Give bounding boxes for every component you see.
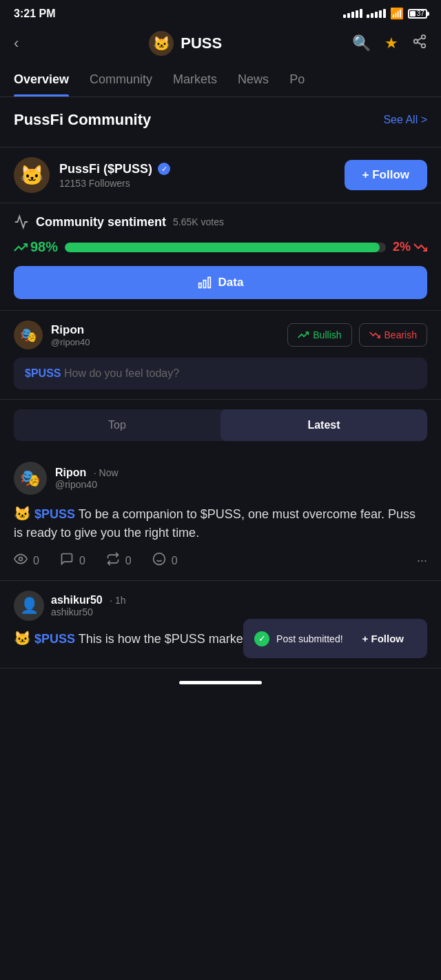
tab-community[interactable]: Community [90, 65, 152, 96]
search-icon[interactable]: 🔍 [352, 34, 371, 52]
header-logo: 🐱 [149, 31, 174, 56]
wifi-icon: 📶 [390, 7, 404, 20]
post-emoji-1: 🐱 [14, 506, 31, 521]
bearish-button[interactable]: Bearish [359, 323, 427, 347]
post-time-2: · 1h [110, 595, 125, 606]
comments-icon [60, 552, 74, 569]
community-section: PussFi Community See All > [0, 97, 441, 147]
status-time: 3:21 PM [14, 8, 55, 20]
bearish-icon [369, 329, 380, 340]
post-input-row: 🎭 Ripon @ripon40 Bullish Bearish [14, 320, 427, 349]
bullish-button[interactable]: Bullish [287, 323, 351, 347]
verified-badge: ✓ [158, 163, 170, 175]
tabs-bar: Overview Community Markets News Po [0, 65, 441, 97]
svg-line-3 [418, 42, 422, 45]
views-icon [14, 552, 28, 569]
svg-rect-7 [198, 283, 201, 288]
post-stats-1: 0 0 0 0 ··· [14, 552, 427, 569]
post-username-2: ashikur50 [51, 594, 103, 606]
post-input-user: 🎭 Ripon @ripon40 [14, 320, 90, 349]
post-emoji-2: 🐱 [14, 631, 31, 646]
post-input-field[interactable]: $PUSS How do you feel today? [14, 358, 427, 389]
svg-rect-6 [203, 280, 205, 288]
sentiment-icon [14, 214, 29, 229]
tab-overview[interactable]: Overview [14, 65, 69, 96]
retweet-icon [106, 552, 120, 569]
comments-stat: 0 [60, 552, 85, 569]
post-ticker-2: $PUSS [34, 632, 75, 646]
tab-po[interactable]: Po [289, 65, 305, 96]
chart-icon [198, 276, 212, 289]
sentiment-bar [65, 243, 386, 252]
profile-row: 🐱 PussFi ($PUSS) ✓ 12153 Followers + Fol… [0, 147, 441, 203]
post-meta-1: Ripon · Now @ripon40 [55, 467, 119, 490]
bearish-percentage: 2% [393, 240, 427, 254]
status-bar: 3:21 PM 📶 37 [0, 0, 441, 24]
star-icon[interactable]: ★ [384, 34, 398, 52]
toast-check-icon: ✓ [254, 631, 269, 646]
signal-bars-2 [367, 9, 386, 18]
header: ‹ 🐱 PUSS 🔍 ★ [0, 24, 441, 65]
tab-news[interactable]: News [238, 65, 269, 96]
latest-toggle[interactable]: Latest [220, 409, 427, 441]
svg-rect-5 [208, 278, 210, 288]
views-stat: 0 [14, 552, 39, 569]
signal-bars-1 [343, 9, 362, 18]
sentiment-header: Community sentiment 5.65K votes [14, 214, 427, 229]
post-ticker-1: $PUSS [34, 507, 75, 521]
reactions-stat: 0 [152, 552, 178, 569]
post-preview-header-2: 👤 ashikur50 · 1h ashikur50 [14, 591, 427, 621]
reaction-icon [152, 552, 166, 569]
post-handle-1: @ripon40 [55, 479, 119, 490]
bottom-bar-area [0, 668, 441, 691]
post-user-avatar: 🎭 [14, 320, 43, 349]
post-preview-meta-2: ashikur50 · 1h ashikur50 [51, 594, 126, 617]
bullish-arrow-icon [14, 241, 28, 254]
profile-followers: 12153 Followers [59, 178, 170, 189]
header-title-group: 🐱 PUSS [149, 31, 222, 56]
battery-icon: 37 [408, 9, 427, 19]
post-time-1: · Now [94, 467, 119, 478]
sentiment-bar-fill [65, 243, 380, 252]
post-body-1: 🐱 $PUSS To be a companion to $PUSS, one … [14, 503, 427, 542]
sentiment-votes: 5.65K votes [173, 216, 224, 227]
post-actions: Bullish Bearish [287, 323, 427, 347]
profile-info: PussFi ($PUSS) ✓ 12153 Followers [59, 162, 170, 189]
bullish-icon [298, 329, 309, 340]
post-more-button[interactable]: ··· [417, 553, 427, 568]
submitted-toast: ✓ Post submitted! + Follow [243, 619, 427, 658]
tab-markets[interactable]: Markets [173, 65, 217, 96]
see-all-button[interactable]: See All > [383, 114, 427, 126]
profile-name: PussFi ($PUSS) [59, 162, 152, 176]
sentiment-section: Community sentiment 5.65K votes 98% 2% D… [0, 203, 441, 311]
header-title: PUSS [181, 34, 222, 52]
sentiment-title: Community sentiment [36, 215, 166, 229]
input-ticker: $PUSS [25, 367, 61, 379]
share-icon[interactable] [412, 34, 427, 53]
follow-button[interactable]: + Follow [345, 160, 427, 190]
post-input-area: 🎭 Ripon @ripon40 Bullish Bearish [0, 311, 441, 400]
svg-point-8 [19, 558, 23, 561]
back-button[interactable]: ‹ [14, 34, 19, 52]
profile-avatar: 🐱 [14, 157, 50, 193]
sentiment-bar-row: 98% 2% [14, 239, 427, 255]
toggle-bar: Top Latest [14, 409, 427, 441]
post-handle: @ripon40 [51, 337, 90, 347]
post-avatar-1: 🎭 [14, 462, 47, 495]
data-button[interactable]: Data [14, 266, 427, 299]
community-title: PussFi Community [14, 111, 151, 129]
profile-left: 🐱 PussFi ($PUSS) ✓ 12153 Followers [14, 157, 170, 193]
post-preview-2: 👤 ashikur50 · 1h ashikur50 🐱 $PUSS This … [0, 581, 441, 668]
status-icons: 📶 37 [343, 7, 427, 20]
post-card-header: 🎭 Ripon · Now @ripon40 [14, 462, 427, 495]
home-indicator [179, 681, 262, 684]
input-placeholder: How do you feel today? [64, 367, 179, 379]
header-actions: 🔍 ★ [352, 34, 427, 53]
post-username: Ripon [51, 323, 90, 337]
top-toggle[interactable]: Top [14, 409, 220, 441]
bullish-percentage: 98% [14, 239, 58, 255]
follow-float-button[interactable]: + Follow [350, 626, 416, 651]
retweets-stat: 0 [106, 552, 132, 569]
post-card: 🎭 Ripon · Now @ripon40 🐱 $PUSS To be a c… [0, 451, 441, 581]
post-preview-avatar-2: 👤 [14, 591, 44, 621]
